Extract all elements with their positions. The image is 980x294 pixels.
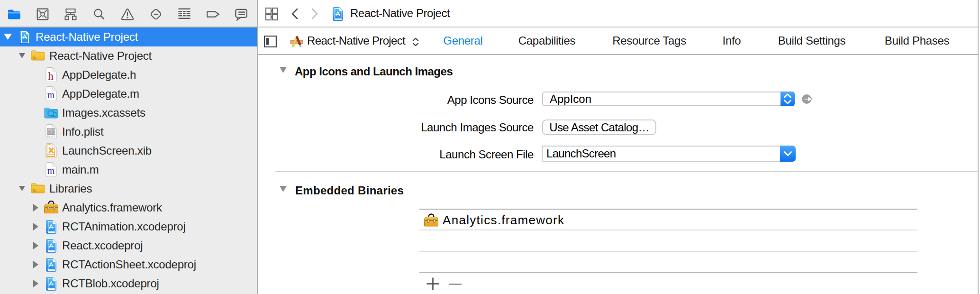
svg-text:h: h (48, 70, 54, 82)
svg-text:PLIST: PLIST (47, 135, 55, 138)
svg-text:m: m (47, 90, 55, 100)
svg-text:m: m (47, 165, 55, 176)
